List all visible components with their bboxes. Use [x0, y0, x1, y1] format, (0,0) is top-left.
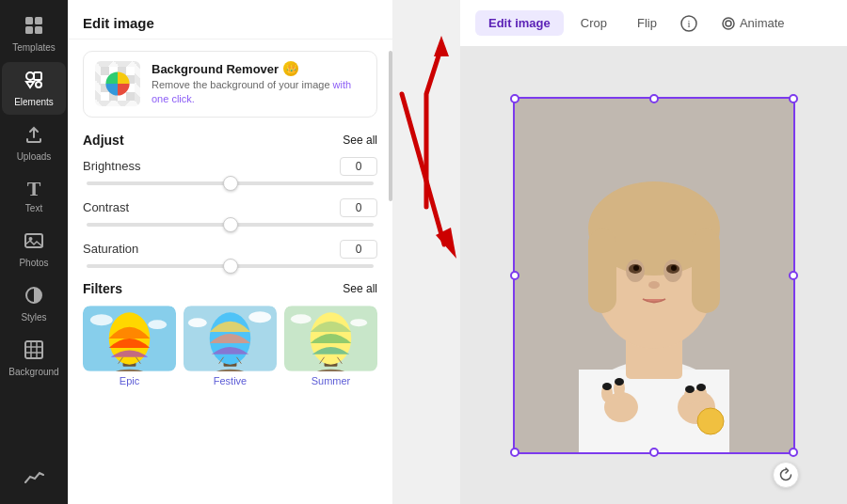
- filter-epic[interactable]: Epic: [83, 306, 176, 386]
- saturation-value[interactable]: 0: [340, 240, 377, 259]
- sidebar-label-elements: Elements: [14, 97, 54, 107]
- sidebar-item-templates[interactable]: Templates: [2, 8, 66, 60]
- sidebar-item-uploads[interactable]: Uploads: [2, 117, 66, 169]
- toolbar: Edit image Crop Flip i Animate: [460, 0, 847, 47]
- contrast-value[interactable]: 0: [340, 198, 377, 217]
- filter-epic-thumb: [83, 306, 176, 371]
- svg-rect-2: [25, 26, 33, 34]
- styles-icon: [24, 285, 44, 308]
- svg-point-39: [188, 318, 207, 327]
- filter-festive[interactable]: Festive: [184, 306, 277, 386]
- sidebar-label-text: Text: [25, 203, 42, 213]
- chart-icon: [24, 468, 44, 487]
- svg-point-6: [36, 82, 41, 87]
- filters-section-header: Filters See all: [83, 281, 377, 296]
- animate-icon: [721, 16, 736, 31]
- arrow-down: [392, 75, 468, 357]
- adjust-title: Adjust: [83, 133, 124, 148]
- filters-title: Filters: [83, 281, 122, 296]
- handle-top-mid[interactable]: [649, 94, 659, 103]
- svg-rect-0: [25, 17, 33, 24]
- middle-area: [392, 0, 460, 504]
- adjust-see-all[interactable]: See all: [343, 134, 377, 147]
- sidebar-item-chart[interactable]: [2, 461, 66, 495]
- tab-flip[interactable]: Flip: [624, 10, 670, 36]
- canvas-area: Edit image Crop Flip i Animate: [460, 0, 847, 504]
- brightness-label: Brightness: [83, 159, 140, 173]
- bg-remover-info: Background Remover 👑 Remove the backgrou…: [152, 61, 365, 107]
- elements-icon: [24, 70, 44, 93]
- svg-marker-50: [434, 36, 449, 56]
- handle-bot-left[interactable]: [510, 448, 519, 457]
- sidebar: Templates Elements Uploads T Text: [0, 0, 68, 504]
- contrast-label: Contrast: [83, 200, 129, 214]
- filter-summer[interactable]: Summer: [284, 306, 377, 386]
- bg-remover-card[interactable]: Background Remover 👑 Remove the backgrou…: [83, 51, 377, 118]
- adjust-section-header: Adjust See all: [83, 133, 377, 148]
- saturation-slider[interactable]: [87, 264, 374, 268]
- sidebar-item-photos[interactable]: Photos: [2, 223, 66, 276]
- brightness-control: Brightness 0: [83, 157, 377, 185]
- panel-content: Background Remover 👑 Remove the backgrou…: [68, 39, 392, 504]
- image-container: [513, 97, 795, 454]
- bg-remover-title: Background Remover 👑: [152, 61, 365, 76]
- handle-top-left[interactable]: [510, 94, 519, 103]
- handle-bot-right[interactable]: [789, 448, 798, 457]
- svg-rect-1: [35, 17, 42, 24]
- filter-epic-label: Epic: [120, 375, 139, 386]
- tab-edit-image[interactable]: Edit image: [475, 10, 564, 36]
- background-icon: [24, 339, 44, 363]
- svg-point-54: [723, 18, 734, 29]
- filters-section: Filters See all: [83, 281, 377, 386]
- edit-panel: Edit image: [68, 0, 392, 504]
- photos-icon: [24, 230, 44, 254]
- sidebar-item-elements[interactable]: Elements: [2, 62, 66, 115]
- rotate-button[interactable]: [773, 462, 799, 488]
- selection-box: [513, 97, 795, 454]
- filters-see-all[interactable]: See all: [343, 282, 377, 295]
- brightness-value[interactable]: 0: [340, 157, 377, 176]
- uploads-icon: [24, 124, 44, 148]
- handle-top-right[interactable]: [789, 94, 798, 103]
- svg-rect-5: [34, 72, 41, 80]
- text-icon: T: [27, 179, 41, 199]
- bg-remover-desc: Remove the background of your image with…: [152, 78, 365, 107]
- tab-animate[interactable]: Animate: [708, 10, 798, 37]
- sidebar-label-photos: Photos: [19, 258, 48, 268]
- sidebar-item-styles[interactable]: Styles: [2, 277, 66, 330]
- filter-grid: Epic: [83, 306, 377, 386]
- svg-point-32: [148, 320, 167, 329]
- info-button[interactable]: i: [674, 8, 704, 39]
- svg-rect-3: [35, 26, 42, 34]
- canvas[interactable]: [460, 47, 847, 504]
- sidebar-label-styles: Styles: [21, 312, 46, 323]
- contrast-slider[interactable]: [87, 223, 374, 227]
- panel-title: Edit image: [68, 0, 392, 39]
- sidebar-item-text[interactable]: T Text: [2, 171, 66, 221]
- bg-remover-thumb: [95, 61, 140, 106]
- filter-summer-thumb: [284, 306, 377, 371]
- handle-mid-right[interactable]: [789, 271, 798, 280]
- saturation-control: Saturation 0: [83, 240, 377, 268]
- svg-point-40: [248, 311, 271, 323]
- svg-rect-16: [101, 67, 109, 75]
- templates-icon: [24, 15, 44, 39]
- tab-crop[interactable]: Crop: [567, 10, 620, 36]
- handle-bot-mid[interactable]: [649, 448, 659, 457]
- svg-point-48: [350, 319, 367, 326]
- svg-rect-23: [126, 92, 135, 101]
- sidebar-label-background: Background: [8, 367, 58, 377]
- sidebar-item-background[interactable]: Background: [2, 332, 66, 385]
- svg-point-4: [26, 72, 34, 80]
- svg-point-31: [90, 314, 113, 325]
- filter-festive-label: Festive: [214, 375, 247, 386]
- sidebar-label-uploads: Uploads: [17, 151, 52, 162]
- saturation-label: Saturation: [83, 242, 138, 256]
- brightness-slider[interactable]: [87, 181, 374, 185]
- svg-point-8: [29, 237, 33, 241]
- filter-summer-label: Summer: [312, 375, 351, 386]
- contrast-control: Contrast 0: [83, 198, 377, 227]
- svg-point-47: [291, 314, 312, 323]
- handle-mid-left[interactable]: [510, 271, 519, 280]
- filter-festive-thumb: [184, 306, 277, 371]
